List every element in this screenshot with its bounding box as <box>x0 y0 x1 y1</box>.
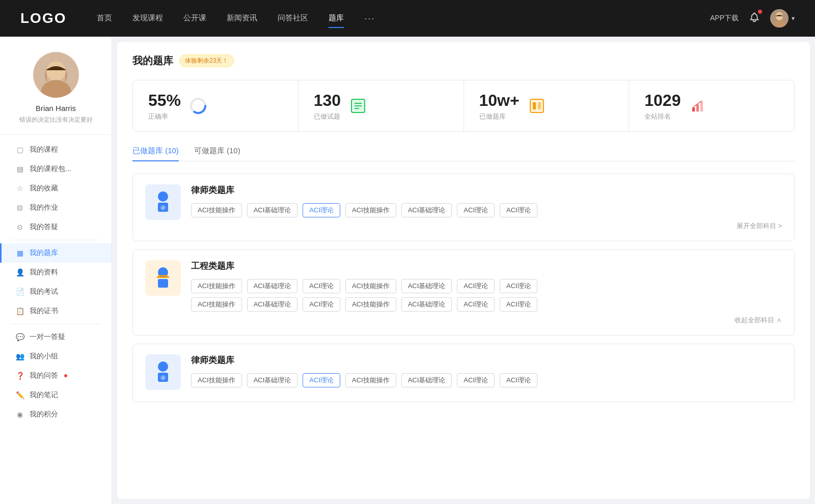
header-right: APP下载 ▾ <box>710 9 795 27</box>
tag-2-9[interactable]: ACI理论 <box>303 297 340 312</box>
package-icon: ▤ <box>15 164 24 174</box>
svg-rect-15 <box>533 102 536 109</box>
svg-rect-26 <box>158 279 168 288</box>
chevron-down-icon: ▾ <box>792 15 795 22</box>
user-avatar-sidebar <box>33 52 79 98</box>
menu-qa[interactable]: ❓ 我的问答 <box>0 366 112 385</box>
homework-icon: ⊟ <box>15 203 24 212</box>
main-nav: 首页 发现课程 公开课 新闻资讯 问答社区 题库 ··· <box>97 11 710 26</box>
sidebar: Brian Harris 错误的决定比没有决定要好 ▢ 我的课程 ▤ 我的课程包… <box>0 37 112 504</box>
tag-2-5[interactable]: ACI理论 <box>457 279 495 293</box>
bell-icon <box>749 12 760 23</box>
qa-dot <box>64 374 67 377</box>
lawyer2-icon-wrap: ✓ <box>145 354 181 390</box>
tag-2-6[interactable]: ACI理论 <box>500 279 537 293</box>
menu-course-package[interactable]: ▤ 我的课程包... <box>0 159 112 179</box>
divider <box>10 240 101 240</box>
tag-3-2[interactable]: ACI理论 <box>303 373 340 387</box>
tab-done[interactable]: 已做题库 (10) <box>132 146 179 161</box>
nav-discover[interactable]: 发现课程 <box>132 11 163 26</box>
tag-3-6[interactable]: ACI理论 <box>500 373 537 387</box>
svg-point-27 <box>158 361 168 372</box>
svg-text:✓: ✓ <box>161 376 165 380</box>
tag-2-2[interactable]: ACI理论 <box>303 279 340 293</box>
menu-group[interactable]: 👥 我的小组 <box>0 347 112 366</box>
tag-3-5[interactable]: ACI理论 <box>457 373 495 387</box>
engineer-icon-wrap <box>145 260 181 296</box>
tag-2-8[interactable]: ACI基础理论 <box>247 297 298 312</box>
tag-1-2[interactable]: ACI理论 <box>303 203 340 217</box>
menu-answer[interactable]: ⊙ 我的答疑 <box>0 217 112 237</box>
header: LOGO 首页 发现课程 公开课 新闻资讯 问答社区 题库 ··· APP下载 … <box>0 0 815 37</box>
tag-1-3[interactable]: ACI技能操作 <box>345 203 396 217</box>
menu-qbank[interactable]: ▦ 我的题库 <box>0 243 112 263</box>
rank-chart-icon <box>689 97 707 115</box>
menu-one-one[interactable]: 💬 一对一答疑 <box>0 327 112 347</box>
nav-more[interactable]: ··· <box>364 11 375 26</box>
user-motto: 错误的决定比没有决定要好 <box>19 116 93 124</box>
svg-text:✓: ✓ <box>161 206 165 210</box>
collapse-link[interactable]: 收起全部科目 ∧ <box>191 316 782 325</box>
tag-2-7[interactable]: ACI技能操作 <box>191 297 242 312</box>
tag-2-12[interactable]: ACI理论 <box>457 297 495 312</box>
qbank-icon: ▦ <box>15 248 24 258</box>
svg-rect-25 <box>157 276 169 278</box>
app-download-link[interactable]: APP下载 <box>710 14 739 23</box>
tag-1-1[interactable]: ACI基础理论 <box>247 203 298 217</box>
stat-rank-value: 1029 <box>644 91 681 110</box>
nav-home[interactable]: 首页 <box>97 11 112 26</box>
question-icon: ⊙ <box>15 222 24 232</box>
lawyer2-icon: ✓ <box>150 359 176 385</box>
menu-homework[interactable]: ⊟ 我的作业 <box>0 198 112 217</box>
lawyer-icon: ✓ <box>150 189 176 215</box>
nav-qbank[interactable]: 题库 <box>329 11 344 26</box>
tag-2-13[interactable]: ACI理论 <box>500 297 537 312</box>
tag-2-1[interactable]: ACI基础理论 <box>247 279 298 293</box>
tab-available[interactable]: 可做题库 (10) <box>194 146 240 161</box>
svg-point-20 <box>158 191 168 202</box>
group-icon: 👥 <box>15 352 24 361</box>
tag-2-11[interactable]: ACI基础理论 <box>401 297 452 312</box>
user-avatar-header[interactable]: ▾ <box>770 9 795 27</box>
stat-done-questions: 130 已做试题 <box>298 80 464 131</box>
stat-done-q-label: 已做试题 <box>314 112 341 121</box>
tag-3-3[interactable]: ACI技能操作 <box>345 373 396 387</box>
stat-done-banks-value: 10w+ <box>479 91 520 110</box>
tag-1-0[interactable]: ACI技能操作 <box>191 203 242 217</box>
tag-3-4[interactable]: ACI基础理论 <box>401 373 452 387</box>
menu-label: 我的资料 <box>30 268 58 277</box>
nav-open-course[interactable]: 公开课 <box>183 11 206 26</box>
tag-2-0[interactable]: ACI技能操作 <box>191 279 242 293</box>
stat-rank: 1029 全站排名 <box>629 80 794 131</box>
username: Brian Harris <box>36 104 76 113</box>
menu-label: 我的小组 <box>30 352 58 361</box>
expand-link-1[interactable]: 展开全部科目 > <box>191 221 782 231</box>
menu-data[interactable]: 👤 我的资料 <box>0 263 112 282</box>
tag-1-6[interactable]: ACI理论 <box>500 203 537 217</box>
stat-done-banks: 10w+ 已做题库 <box>464 80 630 131</box>
tag-3-0[interactable]: ACI技能操作 <box>191 373 242 387</box>
stat-accuracy-value: 55% <box>148 91 181 110</box>
menu-exam[interactable]: 📄 我的考试 <box>0 282 112 301</box>
tag-2-10[interactable]: ACI技能操作 <box>345 297 396 312</box>
menu-label: 我的题库 <box>30 248 58 258</box>
nav-qa[interactable]: 问答社区 <box>278 11 308 26</box>
notification-bell[interactable] <box>749 12 760 25</box>
menu-notes[interactable]: ✏️ 我的笔记 <box>0 385 112 405</box>
stats-row: 55% 正确率 130 已做试题 <box>132 80 795 132</box>
menu-points[interactable]: ◉ 我的积分 <box>0 405 112 424</box>
tag-1-4[interactable]: ACI基础理论 <box>401 203 452 217</box>
oneone-icon: 💬 <box>15 332 24 342</box>
tag-2-4[interactable]: ACI基础理论 <box>401 279 452 293</box>
menu-cert[interactable]: 📋 我的证书 <box>0 301 112 321</box>
tag-3-1[interactable]: ACI基础理论 <box>247 373 298 387</box>
menu-favorites[interactable]: ☆ 我的收藏 <box>0 179 112 198</box>
tag-2-3[interactable]: ACI技能操作 <box>345 279 396 293</box>
menu-my-course[interactable]: ▢ 我的课程 <box>0 140 112 159</box>
nav-news[interactable]: 新闻资讯 <box>227 11 257 26</box>
tag-1-5[interactable]: ACI理论 <box>457 203 495 217</box>
stat-done-q-value: 130 <box>314 91 341 110</box>
svg-rect-17 <box>692 107 695 111</box>
data-icon: 👤 <box>15 268 24 277</box>
menu-label: 我的课程 <box>30 145 58 154</box>
